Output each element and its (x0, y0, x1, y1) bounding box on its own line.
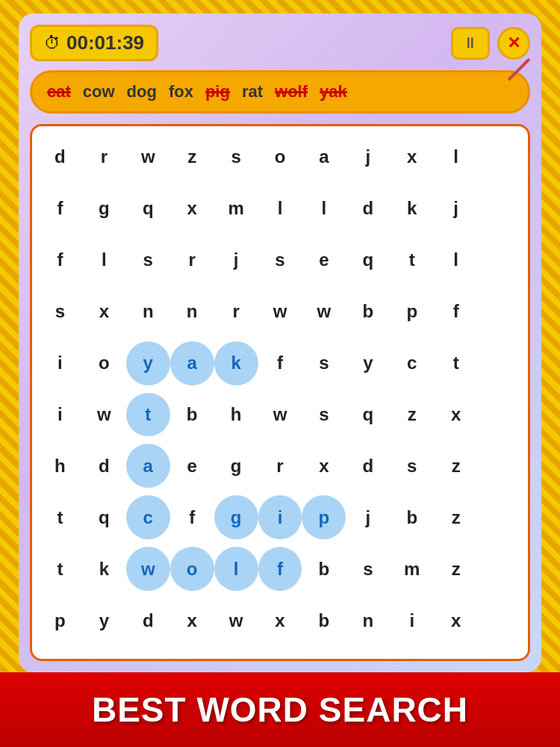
cell-9-0[interactable]: p (38, 598, 82, 642)
cell-2-1[interactable]: l (82, 238, 126, 282)
cell-3-10[interactable] (478, 290, 522, 334)
cell-4-5[interactable]: f (258, 341, 302, 385)
cell-9-7[interactable]: n (346, 598, 390, 642)
cell-2-9[interactable]: l (434, 238, 478, 282)
cell-8-0[interactable]: t (38, 547, 82, 591)
cell-0-5[interactable]: o (258, 135, 302, 179)
cell-0-1[interactable]: r (82, 135, 126, 179)
pause-button[interactable]: ⏸ (451, 27, 490, 60)
cell-7-4[interactable]: g (214, 495, 258, 539)
cell-7-6[interactable]: p (302, 495, 346, 539)
cell-7-10[interactable] (478, 495, 522, 539)
cell-3-6[interactable]: w (302, 290, 346, 334)
cell-9-10[interactable] (478, 598, 522, 642)
cell-8-4[interactable]: l (214, 547, 258, 591)
cell-5-1[interactable]: w (82, 393, 126, 437)
cell-1-9[interactable]: j (434, 187, 478, 231)
cell-7-7[interactable]: j (346, 495, 390, 539)
cell-2-2[interactable]: s (126, 238, 170, 282)
cell-6-0[interactable]: h (38, 444, 82, 488)
cell-4-7[interactable]: y (346, 341, 390, 385)
cell-1-2[interactable]: q (126, 187, 170, 231)
cell-6-1[interactable]: d (82, 444, 126, 488)
cell-8-5[interactable]: f (258, 547, 302, 591)
cell-5-3[interactable]: b (170, 393, 214, 437)
cell-0-4[interactable]: s (214, 135, 258, 179)
cell-4-9[interactable]: t (434, 341, 478, 385)
close-button[interactable]: ✕ (497, 27, 530, 60)
cell-2-3[interactable]: r (170, 238, 214, 282)
cell-8-1[interactable]: k (82, 547, 126, 591)
cell-0-2[interactable]: w (126, 135, 170, 179)
cell-9-1[interactable]: y (82, 598, 126, 642)
cell-5-2[interactable]: t (126, 393, 170, 437)
cell-8-9[interactable]: z (434, 547, 478, 591)
cell-3-7[interactable]: b (346, 290, 390, 334)
cell-5-5[interactable]: w (258, 393, 302, 437)
cell-7-1[interactable]: q (82, 495, 126, 539)
cell-1-1[interactable]: g (82, 187, 126, 231)
cell-6-9[interactable]: z (434, 444, 478, 488)
cell-5-9[interactable]: x (434, 393, 478, 437)
cell-5-0[interactable]: i (38, 393, 82, 437)
cell-9-3[interactable]: x (170, 598, 214, 642)
cell-2-0[interactable]: f (38, 238, 82, 282)
cell-6-8[interactable]: s (390, 444, 434, 488)
cell-2-5[interactable]: s (258, 238, 302, 282)
cell-4-8[interactable]: c (390, 341, 434, 385)
cell-7-3[interactable]: f (170, 495, 214, 539)
cell-1-4[interactable]: m (214, 187, 258, 231)
cell-7-2[interactable]: c (126, 495, 170, 539)
cell-3-8[interactable]: p (390, 290, 434, 334)
cell-4-0[interactable]: i (38, 341, 82, 385)
cell-6-3[interactable]: e (170, 444, 214, 488)
cell-7-5[interactable]: i (258, 495, 302, 539)
cell-9-5[interactable]: x (258, 598, 302, 642)
cell-8-6[interactable]: b (302, 547, 346, 591)
cell-2-10[interactable] (478, 238, 522, 282)
cell-9-6[interactable]: b (302, 598, 346, 642)
cell-3-9[interactable]: f (434, 290, 478, 334)
cell-1-5[interactable]: l (258, 187, 302, 231)
cell-9-2[interactable]: d (126, 598, 170, 642)
cell-1-10[interactable] (478, 187, 522, 231)
cell-9-4[interactable]: w (214, 598, 258, 642)
cell-1-8[interactable]: k (390, 187, 434, 231)
cell-3-4[interactable]: r (214, 290, 258, 334)
cell-1-7[interactable]: d (346, 187, 390, 231)
cell-4-2[interactable]: y (126, 341, 170, 385)
cell-2-7[interactable]: q (346, 238, 390, 282)
cell-4-3[interactable]: a (170, 341, 214, 385)
cell-4-10[interactable] (478, 341, 522, 385)
cell-2-4[interactable]: j (214, 238, 258, 282)
cell-4-4[interactable]: k (214, 341, 258, 385)
cell-4-6[interactable]: s (302, 341, 346, 385)
cell-7-8[interactable]: b (390, 495, 434, 539)
cell-5-6[interactable]: s (302, 393, 346, 437)
cell-6-7[interactable]: d (346, 444, 390, 488)
cell-9-9[interactable]: x (434, 598, 478, 642)
cell-8-3[interactable]: o (170, 547, 214, 591)
cell-5-8[interactable]: z (390, 393, 434, 437)
cell-2-8[interactable]: t (390, 238, 434, 282)
cell-8-2[interactable]: w (126, 547, 170, 591)
cell-6-4[interactable]: g (214, 444, 258, 488)
cell-7-9[interactable]: z (434, 495, 478, 539)
cell-0-3[interactable]: z (170, 135, 214, 179)
cell-1-3[interactable]: x (170, 187, 214, 231)
cell-1-0[interactable]: f (38, 187, 82, 231)
cell-4-1[interactable]: o (82, 341, 126, 385)
cell-6-5[interactable]: r (258, 444, 302, 488)
cell-0-8[interactable]: x (390, 135, 434, 179)
cell-0-6[interactable]: a (302, 135, 346, 179)
cell-1-6[interactable]: l (302, 187, 346, 231)
cell-6-10[interactable] (478, 444, 522, 488)
cell-3-0[interactable]: s (38, 290, 82, 334)
cell-3-1[interactable]: x (82, 290, 126, 334)
cell-3-5[interactable]: w (258, 290, 302, 334)
cell-5-10[interactable] (478, 393, 522, 437)
cell-0-7[interactable]: j (346, 135, 390, 179)
cell-8-8[interactable]: m (390, 547, 434, 591)
cell-8-7[interactable]: s (346, 547, 390, 591)
cell-2-6[interactable]: e (302, 238, 346, 282)
